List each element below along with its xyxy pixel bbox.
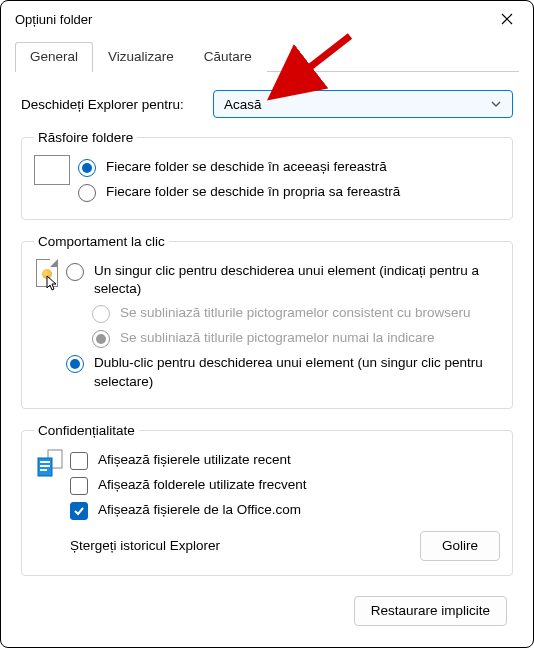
window-title: Opțiuni folder <box>15 12 92 27</box>
tab-general[interactable]: General <box>15 42 93 72</box>
svg-rect-2 <box>40 461 50 463</box>
restore-defaults-button[interactable]: Restaurare implicite <box>354 596 507 626</box>
radio-single-click[interactable] <box>66 263 84 281</box>
clear-button[interactable]: Golire <box>420 531 500 561</box>
open-explorer-select[interactable]: Acasă <box>213 90 513 118</box>
tab-search[interactable]: Căutare <box>189 42 267 72</box>
close-icon <box>501 13 513 25</box>
clear-history-label: Ștergeți istoricul Explorer <box>70 537 220 555</box>
checkbox-frequent-folders[interactable] <box>70 477 88 495</box>
open-explorer-value: Acasă <box>224 97 262 112</box>
svg-rect-3 <box>40 465 50 467</box>
chevron-down-icon <box>490 98 502 110</box>
label-underline-point: Se subliniază titlurile pictogramelor nu… <box>120 329 434 347</box>
radio-same-window[interactable] <box>78 159 96 177</box>
browse-folders-group: Răsfoire foldere Fiecare folder se desch… <box>21 130 513 220</box>
tab-view[interactable]: Vizualizare <box>93 42 189 72</box>
label-recent-files: Afișează fișierele utilizate recent <box>98 451 291 469</box>
label-office-files: Afișează fișierele de la Office.com <box>98 501 301 519</box>
label-frequent-folders: Afișează folderele utilizate frecvent <box>98 476 307 494</box>
privacy-icon <box>34 448 66 480</box>
open-explorer-label: Deschideți Explorer pentru: <box>21 97 201 112</box>
folder-icon <box>34 155 70 185</box>
privacy-legend: Confidențialitate <box>34 423 139 438</box>
browse-folders-legend: Răsfoire foldere <box>34 130 137 145</box>
checkbox-office-files[interactable] <box>70 502 88 520</box>
radio-underline-point <box>92 330 110 348</box>
label-single-click: Un singur clic pentru deschiderea unui e… <box>94 262 500 298</box>
radio-underline-browser <box>92 305 110 323</box>
tab-bar: General Vizualizare Căutare <box>15 41 519 72</box>
label-own-window: Fiecare folder se deschide în propria sa… <box>106 183 400 201</box>
close-button[interactable] <box>489 5 525 33</box>
checkbox-recent-files[interactable] <box>70 452 88 470</box>
label-same-window: Fiecare folder se deschide în aceeași fe… <box>106 158 387 176</box>
click-behavior-legend: Comportament la clic <box>34 234 169 249</box>
click-behavior-group: Comportament la clic Un singur clic pent… <box>21 234 513 409</box>
radio-double-click[interactable] <box>66 355 84 373</box>
radio-own-window[interactable] <box>78 184 96 202</box>
label-double-click: Dublu-clic pentru deschiderea unui eleme… <box>94 354 500 390</box>
label-underline-browser: Se subliniază titlurile pictogramelor co… <box>120 304 470 322</box>
click-icon <box>34 259 62 293</box>
privacy-group: Confidențialitate Afișează fișierele uti… <box>21 423 513 576</box>
svg-rect-4 <box>40 469 47 471</box>
